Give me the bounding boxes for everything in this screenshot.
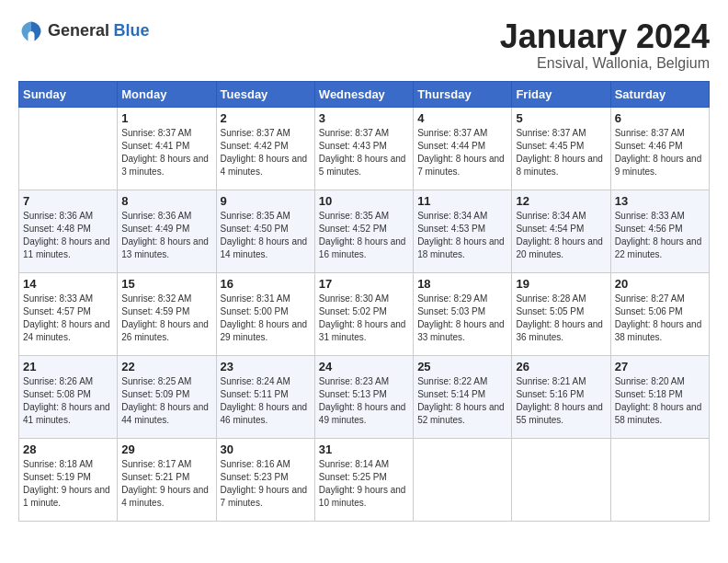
day-number: 11	[417, 194, 507, 208]
location-subtitle: Ensival, Wallonia, Belgium	[500, 55, 710, 72]
calendar-cell: 21Sunrise: 8:26 AM Sunset: 5:08 PM Dayli…	[19, 355, 118, 438]
calendar-cell: 4Sunrise: 8:37 AM Sunset: 4:44 PM Daylig…	[414, 107, 512, 190]
calendar-week-row: 21Sunrise: 8:26 AM Sunset: 5:08 PM Dayli…	[19, 355, 710, 438]
logo: General Blue	[18, 18, 150, 44]
calendar-cell: 20Sunrise: 8:27 AM Sunset: 5:06 PM Dayli…	[610, 272, 709, 355]
day-number: 15	[121, 277, 211, 291]
calendar-cell: 31Sunrise: 8:14 AM Sunset: 5:25 PM Dayli…	[314, 438, 413, 521]
calendar-week-row: 14Sunrise: 8:33 AM Sunset: 4:57 PM Dayli…	[19, 272, 710, 355]
day-number: 6	[615, 111, 705, 125]
day-number: 2	[221, 111, 311, 125]
logo-blue: Blue	[114, 21, 150, 40]
calendar-cell: 13Sunrise: 8:33 AM Sunset: 4:56 PM Dayli…	[610, 190, 709, 272]
calendar-cell: 10Sunrise: 8:35 AM Sunset: 4:52 PM Dayli…	[314, 190, 413, 272]
header-monday: Monday	[118, 81, 216, 107]
calendar-cell: 6Sunrise: 8:37 AM Sunset: 4:46 PM Daylig…	[610, 107, 709, 190]
calendar-cell: 19Sunrise: 8:28 AM Sunset: 5:05 PM Dayli…	[512, 272, 610, 355]
day-info: Sunrise: 8:36 AM Sunset: 4:49 PM Dayligh…	[121, 210, 211, 261]
day-number: 17	[319, 277, 409, 291]
day-info: Sunrise: 8:37 AM Sunset: 4:43 PM Dayligh…	[319, 127, 409, 178]
day-info: Sunrise: 8:16 AM Sunset: 5:23 PM Dayligh…	[221, 458, 311, 510]
day-number: 23	[221, 360, 311, 373]
day-number: 14	[23, 277, 113, 291]
header-sunday: Sunday	[19, 81, 118, 107]
day-info: Sunrise: 8:37 AM Sunset: 4:42 PM Dayligh…	[221, 127, 311, 178]
logo-general: General	[48, 21, 109, 40]
calendar-cell: 8Sunrise: 8:36 AM Sunset: 4:49 PM Daylig…	[118, 190, 216, 272]
day-number: 5	[516, 111, 606, 125]
day-info: Sunrise: 8:26 AM Sunset: 5:08 PM Dayligh…	[23, 375, 113, 427]
calendar-cell: 11Sunrise: 8:34 AM Sunset: 4:53 PM Dayli…	[414, 190, 512, 272]
header-friday: Friday	[512, 81, 610, 107]
day-info: Sunrise: 8:17 AM Sunset: 5:21 PM Dayligh…	[121, 458, 211, 510]
day-info: Sunrise: 8:18 AM Sunset: 5:19 PM Dayligh…	[23, 458, 113, 510]
calendar-cell	[610, 438, 709, 521]
day-info: Sunrise: 8:14 AM Sunset: 5:25 PM Dayligh…	[319, 458, 409, 510]
day-number: 19	[516, 277, 606, 291]
day-number: 10	[319, 194, 409, 208]
day-number: 1	[121, 111, 211, 125]
calendar-cell	[512, 438, 610, 521]
calendar-cell: 26Sunrise: 8:21 AM Sunset: 5:16 PM Dayli…	[512, 355, 610, 438]
calendar-cell: 3Sunrise: 8:37 AM Sunset: 4:43 PM Daylig…	[314, 107, 413, 190]
calendar-cell: 27Sunrise: 8:20 AM Sunset: 5:18 PM Dayli…	[610, 355, 709, 438]
calendar-cell: 29Sunrise: 8:17 AM Sunset: 5:21 PM Dayli…	[118, 438, 216, 521]
day-info: Sunrise: 8:32 AM Sunset: 4:59 PM Dayligh…	[121, 293, 211, 344]
header-thursday: Thursday	[414, 81, 512, 107]
calendar-cell: 1Sunrise: 8:37 AM Sunset: 4:41 PM Daylig…	[118, 107, 216, 190]
day-number: 7	[23, 194, 113, 208]
day-number: 12	[516, 194, 606, 208]
day-info: Sunrise: 8:34 AM Sunset: 4:54 PM Dayligh…	[516, 210, 606, 261]
calendar-cell: 28Sunrise: 8:18 AM Sunset: 5:19 PM Dayli…	[19, 438, 118, 521]
day-number: 3	[319, 111, 409, 125]
day-info: Sunrise: 8:37 AM Sunset: 4:45 PM Dayligh…	[516, 127, 606, 178]
day-info: Sunrise: 8:22 AM Sunset: 5:14 PM Dayligh…	[417, 375, 507, 427]
day-number: 31	[319, 442, 409, 456]
day-number: 27	[615, 360, 705, 373]
calendar-cell	[19, 107, 118, 190]
day-info: Sunrise: 8:33 AM Sunset: 4:56 PM Dayligh…	[615, 210, 705, 261]
day-info: Sunrise: 8:29 AM Sunset: 5:03 PM Dayligh…	[417, 293, 507, 344]
day-number: 21	[23, 360, 113, 373]
day-info: Sunrise: 8:27 AM Sunset: 5:06 PM Dayligh…	[615, 293, 705, 344]
title-section: January 2024 Ensival, Wallonia, Belgium	[500, 18, 710, 72]
header-wednesday: Wednesday	[314, 81, 413, 107]
calendar-table: Sunday Monday Tuesday Wednesday Thursday…	[18, 81, 710, 522]
calendar-cell	[414, 438, 512, 521]
calendar-cell: 15Sunrise: 8:32 AM Sunset: 4:59 PM Dayli…	[118, 272, 216, 355]
month-title: January 2024	[500, 18, 710, 55]
day-info: Sunrise: 8:25 AM Sunset: 5:09 PM Dayligh…	[121, 375, 211, 427]
day-info: Sunrise: 8:28 AM Sunset: 5:05 PM Dayligh…	[516, 293, 606, 344]
calendar-cell: 22Sunrise: 8:25 AM Sunset: 5:09 PM Dayli…	[118, 355, 216, 438]
day-info: Sunrise: 8:34 AM Sunset: 4:53 PM Dayligh…	[417, 210, 507, 261]
calendar-cell: 5Sunrise: 8:37 AM Sunset: 4:45 PM Daylig…	[512, 107, 610, 190]
day-number: 30	[221, 442, 311, 456]
calendar-cell: 23Sunrise: 8:24 AM Sunset: 5:11 PM Dayli…	[216, 355, 314, 438]
day-info: Sunrise: 8:20 AM Sunset: 5:18 PM Dayligh…	[615, 375, 705, 427]
calendar-cell: 7Sunrise: 8:36 AM Sunset: 4:48 PM Daylig…	[19, 190, 118, 272]
day-number: 28	[23, 442, 113, 456]
day-info: Sunrise: 8:37 AM Sunset: 4:46 PM Dayligh…	[615, 127, 705, 178]
day-number: 4	[417, 111, 507, 125]
calendar-cell: 18Sunrise: 8:29 AM Sunset: 5:03 PM Dayli…	[414, 272, 512, 355]
calendar-cell: 16Sunrise: 8:31 AM Sunset: 5:00 PM Dayli…	[216, 272, 314, 355]
day-number: 25	[417, 360, 507, 373]
day-number: 9	[221, 194, 311, 208]
day-number: 18	[417, 277, 507, 291]
calendar-cell: 24Sunrise: 8:23 AM Sunset: 5:13 PM Dayli…	[314, 355, 413, 438]
logo-icon	[18, 18, 44, 44]
day-number: 16	[221, 277, 311, 291]
day-info: Sunrise: 8:35 AM Sunset: 4:50 PM Dayligh…	[221, 210, 311, 261]
calendar-week-row: 1Sunrise: 8:37 AM Sunset: 4:41 PM Daylig…	[19, 107, 710, 190]
day-info: Sunrise: 8:33 AM Sunset: 4:57 PM Dayligh…	[23, 293, 113, 344]
page-header: General Blue January 2024 Ensival, Wallo…	[18, 18, 710, 72]
day-info: Sunrise: 8:30 AM Sunset: 5:02 PM Dayligh…	[319, 293, 409, 344]
day-number: 22	[121, 360, 211, 373]
day-number: 13	[615, 194, 705, 208]
header-saturday: Saturday	[610, 81, 709, 107]
day-info: Sunrise: 8:35 AM Sunset: 4:52 PM Dayligh…	[319, 210, 409, 261]
calendar-cell: 12Sunrise: 8:34 AM Sunset: 4:54 PM Dayli…	[512, 190, 610, 272]
calendar-week-row: 7Sunrise: 8:36 AM Sunset: 4:48 PM Daylig…	[19, 190, 710, 272]
calendar-header-row: Sunday Monday Tuesday Wednesday Thursday…	[19, 81, 710, 107]
day-number: 8	[121, 194, 211, 208]
